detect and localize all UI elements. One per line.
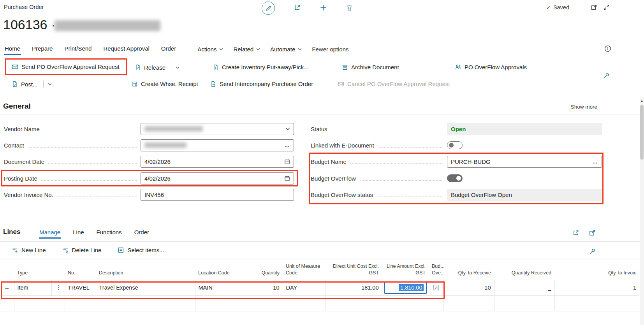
cell-line-amount[interactable]: 1,810.00 [382,280,429,295]
column-header-budget-overflow[interactable]: Bud... Ove... [429,262,443,280]
pin-lines-toolbar-button[interactable] [589,248,596,255]
cell-description[interactable]: Travel Expense [96,280,195,295]
pin-actionbar-button[interactable] [603,72,610,79]
column-header-quantity[interactable]: Quantity [242,262,283,280]
empty-cell[interactable] [96,295,195,311]
cell-unit-of-measure[interactable]: DAY [283,280,326,295]
tab-request-approval[interactable]: Request Approval [102,43,150,55]
open-in-new-window-button[interactable] [591,4,597,11]
empty-cell[interactable] [283,295,326,311]
cell-direct-unit-cost[interactable]: 181.00 [326,280,382,295]
posting-date-input[interactable]: 4/02/2026 [141,172,294,184]
document-date-input[interactable]: 4/02/2026 [141,156,294,168]
help-info-button[interactable] [604,45,611,52]
collapse-window-button[interactable] [603,4,610,11]
share-button[interactable] [294,4,301,13]
line-amount-edit-box[interactable]: 1,810.00 [384,282,427,294]
po-overflow-approvals-action[interactable]: PO OverFlow Approvals [455,64,527,70]
cell-type[interactable]: Item ⋮ [14,280,65,295]
lines-tab-line[interactable]: Line [72,227,84,239]
delete-document-button[interactable] [346,4,353,13]
row-more-options-button[interactable]: ⋮ [51,280,62,295]
vendor-name-combobox[interactable] [141,123,294,135]
chevron-down-icon[interactable] [176,66,179,69]
general-section-title[interactable]: General [3,102,31,111]
vertical-scrollbar[interactable]: ▲ [640,98,644,325]
empty-cell[interactable] [443,295,494,311]
cell-no[interactable]: TRAVEL [65,280,96,295]
empty-cell[interactable] [554,295,639,311]
tab-prepare[interactable]: Prepare [31,43,53,55]
cell-qty-to-invoice[interactable]: 1 [554,280,639,295]
cell-quantity[interactable]: 10 [242,280,283,295]
empty-cell[interactable] [382,295,429,311]
select-items-button[interactable]: Select items... [118,247,164,253]
calendar-picker-button[interactable] [284,176,290,181]
lines-share-button[interactable] [572,229,579,236]
lines-tab-functions[interactable]: Functions [96,227,122,239]
contact-input[interactable]: … [141,139,294,151]
empty-cell[interactable] [242,295,283,311]
budget-overflow-toggle[interactable] [447,174,463,182]
document-date-label: Document Date [4,158,44,165]
tab-home[interactable]: Home [4,43,21,55]
combo-dropdown-button[interactable] [285,127,290,130]
chevron-down-icon [285,127,290,130]
empty-cell[interactable] [429,295,443,311]
create-inventory-putaway-pick-action[interactable]: Create Inventory Put-away/Pick... [213,64,309,70]
empty-cell[interactable] [14,295,65,311]
column-header-direct-unit-cost[interactable]: Direct Unit Cost Excl. GST [326,262,382,280]
vendor-invoice-no-input[interactable]: INV456 [141,189,294,201]
archive-document-action[interactable]: Archive Document [342,64,399,70]
cancel-po-overflow-approval-request-action: Cancel PO OverFlow Approval Request [338,81,450,87]
menu-related[interactable]: Related [233,46,260,53]
menu-actions[interactable]: Actions [197,46,223,53]
contact-assist-edit-button[interactable]: … [284,142,290,148]
column-header-description[interactable]: Description [96,262,195,280]
calendar-picker-button[interactable] [284,159,290,165]
fewer-options-button[interactable]: Fewer options [312,46,348,53]
tab-order[interactable]: Order [160,43,177,55]
edit-button[interactable] [262,2,275,15]
send-po-overflow-approval-request-action[interactable]: Send PO OverFlow Approval Request [12,63,120,70]
new-line-button[interactable]: New Line [12,247,46,253]
column-header-qty-to-invoice[interactable]: Qty. to Invoic [554,262,639,280]
cell-location-code[interactable]: MAIN [195,280,242,295]
empty-cell[interactable] [494,295,554,311]
menu-automate[interactable]: Automate [270,46,302,53]
delete-line-button[interactable]: Delete Line [62,247,102,253]
budget-name-input[interactable]: PURCH-BUDG … [447,156,602,168]
send-intercompany-purchase-order-label: Send Intercompany Purchase Order [220,81,313,87]
empty-cell[interactable] [326,295,382,311]
lines-open-in-new-button[interactable] [589,229,596,236]
tab-print-send[interactable]: Print/Send [63,43,92,55]
show-more-button[interactable]: Show more [571,104,597,110]
column-header-location-code[interactable]: Location Code [195,262,242,280]
column-header-qty-to-receive[interactable]: Qty. to Receive [443,262,494,280]
scrollbar-thumb[interactable] [640,105,644,160]
post-action[interactable]: Post... [12,81,52,88]
lines-section-title[interactable]: Lines [3,228,20,236]
send-intercompany-purchase-order-action[interactable]: Send Intercompany Purchase Order [210,81,313,87]
column-header-quantity-received[interactable]: Quantity Received [494,262,554,280]
column-header-line-amount[interactable]: Line Amount Excl. GST [382,262,429,280]
chevron-down-icon[interactable] [48,83,52,86]
linked-edocument-toggle[interactable] [447,141,463,149]
cell-qty-to-receive[interactable]: 10 [443,280,494,295]
empty-cell[interactable] [0,295,14,311]
create-whse-receipt-action[interactable]: Create Whse. Receipt [132,81,198,87]
cell-quantity-received[interactable]: _ [494,280,554,295]
lines-tab-order[interactable]: Order [134,227,150,239]
column-header-type[interactable]: Type [14,262,65,280]
release-action[interactable]: Release [135,64,179,71]
column-header-unit-of-measure-code[interactable]: Unit of Measure Code [283,262,326,280]
empty-cell[interactable] [195,295,242,311]
new-document-button[interactable] [320,4,327,13]
scroll-up-arrow[interactable]: ▲ [640,99,644,103]
lines-tab-manage[interactable]: Manage [39,227,61,239]
column-header-no[interactable]: No. [65,262,96,280]
document-date-value: 4/02/2026 [144,158,171,165]
empty-cell[interactable] [65,295,96,311]
budget-name-assist-edit-button[interactable]: … [592,158,598,165]
cell-budget-overflow[interactable]: ✓ [429,280,443,295]
